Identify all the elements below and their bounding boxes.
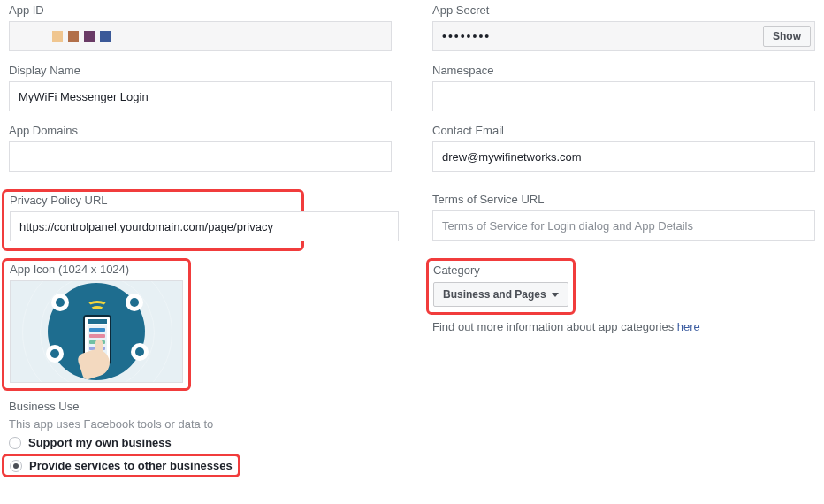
display-name-label: Display Name <box>9 64 392 77</box>
business-use-sub: This app uses Facebook tools or data to <box>9 417 815 431</box>
app-secret-field: App Secret •••••••• Show <box>432 4 815 51</box>
category-info-text: Find out more information about app cate… <box>432 320 815 333</box>
app-secret-value: •••••••• Show <box>432 21 815 51</box>
avatar-icon <box>126 294 143 311</box>
tos-label: Terms of Service URL <box>432 193 815 206</box>
category-info-link[interactable]: here <box>677 320 700 333</box>
app-secret-label: App Secret <box>432 4 815 17</box>
business-use-option-own[interactable]: Support my own business <box>9 436 815 449</box>
wifi-icon <box>87 301 108 313</box>
app-icon-highlight: App Icon (1024 x 1024) <box>2 258 191 391</box>
app-id-label: App ID <box>9 4 392 17</box>
contact-email-label: Contact Email <box>432 124 815 137</box>
privacy-label: Privacy Policy URL <box>10 194 296 207</box>
app-domains-input[interactable] <box>9 141 392 172</box>
tos-field: Terms of Service URL <box>432 193 815 241</box>
chevron-down-icon <box>552 293 559 297</box>
category-selected-text: Business and Pages <box>443 288 546 301</box>
category-select[interactable]: Business and Pages <box>433 282 568 307</box>
contact-email-field: Contact Email <box>432 124 815 172</box>
app-icon-preview[interactable] <box>10 280 183 383</box>
app-icon-label: App Icon (1024 x 1024) <box>10 263 183 276</box>
app-id-field: App ID <box>9 4 392 51</box>
business-use-section: Business Use This app uses Facebook tool… <box>9 400 815 477</box>
category-label: Category <box>433 263 568 277</box>
app-id-redacted-icon <box>19 31 111 42</box>
namespace-input[interactable] <box>432 81 815 111</box>
privacy-url-input[interactable] <box>10 211 399 241</box>
display-name-input[interactable] <box>9 81 392 111</box>
business-use-option-services-highlight: Provide services to other businesses <box>2 454 240 477</box>
show-secret-button[interactable]: Show <box>763 26 811 47</box>
app-secret-mask: •••••••• <box>442 29 491 43</box>
avatar-icon <box>131 343 149 361</box>
category-highlight: Category Business and Pages <box>426 258 576 315</box>
tos-input[interactable] <box>432 210 815 241</box>
business-use-label: Business Use <box>9 400 815 413</box>
radio-icon <box>9 437 21 449</box>
business-use-option-own-label: Support my own business <box>28 436 172 449</box>
display-name-field: Display Name <box>9 64 392 111</box>
privacy-highlight: Privacy Policy URL <box>2 189 304 251</box>
app-domains-label: App Domains <box>9 124 392 137</box>
namespace-label: Namespace <box>432 64 815 77</box>
radio-checked-icon <box>10 460 22 472</box>
contact-email-input[interactable] <box>432 141 815 172</box>
business-use-option-services-label[interactable]: Provide services to other businesses <box>29 459 233 472</box>
avatar-icon <box>46 345 64 363</box>
app-domains-field: App Domains <box>9 124 392 172</box>
avatar-icon <box>51 294 69 311</box>
app-id-value <box>9 21 392 51</box>
namespace-field: Namespace <box>432 64 815 111</box>
